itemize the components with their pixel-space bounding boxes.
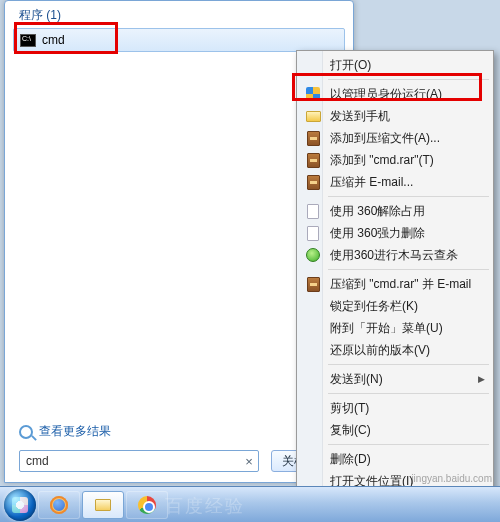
rar-icon	[305, 174, 321, 190]
menu-separator	[328, 444, 489, 445]
menu-separator	[328, 364, 489, 365]
menu-separator	[328, 79, 489, 80]
folder-icon	[305, 108, 321, 124]
menu-item[interactable]: 以管理员身份运行(A)	[300, 83, 491, 105]
menu-separator	[328, 196, 489, 197]
results-header: 程序 (1)	[5, 1, 353, 26]
taskbar-button-explorer[interactable]	[82, 491, 124, 519]
menu-item-label: 还原以前的版本(V)	[330, 342, 430, 359]
menu-item[interactable]: 还原以前的版本(V)	[300, 339, 491, 361]
taskbar-button-chrome[interactable]	[126, 491, 168, 519]
menu-item-label: 发送到(N)	[330, 371, 383, 388]
menu-item[interactable]: 使用 360强力删除	[300, 222, 491, 244]
menu-item-label: 使用 360强力删除	[330, 225, 425, 242]
submenu-arrow-icon: ▶	[478, 374, 491, 384]
menu-item-label: 压缩并 E-mail...	[330, 174, 413, 191]
menu-separator	[328, 269, 489, 270]
explorer-icon	[95, 499, 111, 511]
search-box[interactable]: ×	[19, 450, 259, 472]
doc-icon	[305, 203, 321, 219]
menu-item[interactable]: 剪切(T)	[300, 397, 491, 419]
start-orb[interactable]	[4, 489, 36, 521]
menu-item[interactable]: 压缩到 "cmd.rar" 并 E-mail	[300, 273, 491, 295]
menu-item[interactable]: 添加到压缩文件(A)...	[300, 127, 491, 149]
context-menu: 打开(O)以管理员身份运行(A)发送到手机添加到压缩文件(A)...添加到 "c…	[296, 50, 494, 522]
menu-item-label: 使用 360解除占用	[330, 203, 425, 220]
menu-item[interactable]: 添加到 "cmd.rar"(T)	[300, 149, 491, 171]
doc-icon	[305, 225, 321, 241]
see-more-results[interactable]: 查看更多结果	[19, 423, 111, 440]
menu-item[interactable]: 使用360进行木马云查杀	[300, 244, 491, 266]
menu-item[interactable]: 附到「开始」菜单(U)	[300, 317, 491, 339]
menu-item[interactable]: 打开(O)	[300, 54, 491, 76]
see-more-label: 查看更多结果	[39, 423, 111, 440]
menu-item[interactable]: 锁定到任务栏(K)	[300, 295, 491, 317]
menu-item-label: 复制(C)	[330, 422, 371, 439]
rar-icon	[305, 130, 321, 146]
program-item-cmd[interactable]: cmd	[13, 28, 345, 52]
firefox-icon	[50, 496, 68, 514]
menu-item[interactable]: 删除(D)	[300, 448, 491, 470]
menu-separator	[328, 393, 489, 394]
menu-item-label: 剪切(T)	[330, 400, 369, 417]
credit-text: jingyan.baidu.com	[411, 473, 492, 484]
rar-icon	[305, 152, 321, 168]
menu-item-label: 以管理员身份运行(A)	[330, 86, 442, 103]
cmd-icon	[20, 34, 36, 47]
program-label: cmd	[42, 33, 65, 47]
search-input[interactable]	[20, 454, 240, 468]
menu-item-label: 打开(O)	[330, 57, 371, 74]
menu-item[interactable]: 压缩并 E-mail...	[300, 171, 491, 193]
menu-item-label: 压缩到 "cmd.rar" 并 E-mail	[330, 276, 471, 293]
menu-item-label: 删除(D)	[330, 451, 371, 468]
taskbar-button-firefox[interactable]	[38, 491, 80, 519]
menu-item-label: 锁定到任务栏(K)	[330, 298, 418, 315]
menu-item-label: 使用360进行木马云查杀	[330, 247, 458, 264]
menu-item[interactable]: 发送到手机	[300, 105, 491, 127]
menu-item-label: 附到「开始」菜单(U)	[330, 320, 443, 337]
rar-icon	[305, 276, 321, 292]
clear-search-icon[interactable]: ×	[240, 454, 258, 469]
menu-item-label: 添加到 "cmd.rar"(T)	[330, 152, 434, 169]
taskbar	[0, 486, 500, 522]
menu-item[interactable]: 使用 360解除占用	[300, 200, 491, 222]
360g-icon	[305, 247, 321, 263]
menu-item[interactable]: 发送到(N)▶	[300, 368, 491, 390]
menu-item[interactable]: 复制(C)	[300, 419, 491, 441]
search-icon	[19, 425, 33, 439]
menu-item-label: 发送到手机	[330, 108, 390, 125]
chrome-icon	[138, 496, 156, 514]
menu-item-label: 添加到压缩文件(A)...	[330, 130, 440, 147]
shield-icon	[305, 86, 321, 102]
